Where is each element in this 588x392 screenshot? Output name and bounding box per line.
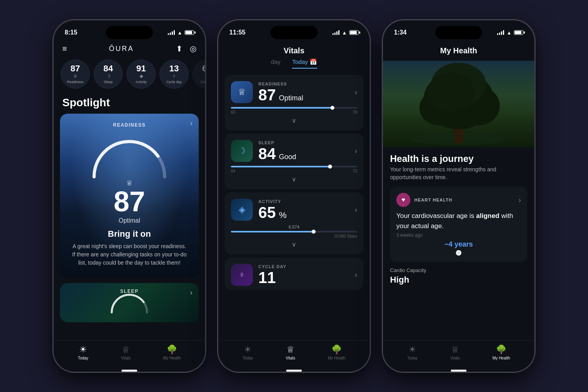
svg-point-6: [427, 73, 474, 112]
heart-health-arrow[interactable]: ›: [519, 196, 521, 204]
cycle-vital-arrow[interactable]: ›: [355, 271, 357, 279]
battery-icon: [514, 30, 523, 35]
cycle-score[interactable]: 13 ♀ Cycle day: [160, 60, 189, 89]
activity-icon: ◈: [239, 205, 245, 215]
health-title: My Health: [392, 44, 526, 58]
vital-cycle[interactable]: ♀ CYCLE DAY 11 ›: [225, 258, 363, 290]
status-time: 1:34: [394, 29, 407, 36]
tab-past[interactable]: day: [271, 58, 280, 69]
sleep-bar-max: 72: [353, 169, 357, 173]
sleep-category: SLEEP: [258, 140, 349, 145]
readiness-expand[interactable]: ∨: [231, 117, 357, 124]
cycle-vital-score: 11: [258, 270, 276, 285]
activity-vital-arrow[interactable]: ›: [355, 206, 357, 214]
readiness-icon-box: ♕: [231, 81, 253, 103]
sleep-bar-thumb: [328, 165, 332, 169]
sleep-arrow[interactable]: ›: [190, 289, 192, 297]
nav-myhealth[interactable]: 🌳 My Health: [328, 345, 345, 360]
heart-health-icon: ♥: [396, 193, 410, 207]
bottom-nav: ☀ Today ♕ Vitals 🌳 My Health: [383, 340, 534, 368]
score-row: 87 ♕ Readiness 84 ☽ Sleep 91 ◈ Activity …: [54, 58, 205, 93]
sleep-bar-labels: 64 72: [231, 169, 357, 173]
activity-score[interactable]: 91 ◈ Activity: [127, 60, 156, 89]
nav-vitals[interactable]: ♕ Vitals: [121, 345, 131, 360]
share-icon[interactable]: ⬆: [176, 44, 183, 53]
activity-steps-label: 10,000 Steps: [334, 234, 357, 238]
bio-age-dot: [456, 250, 461, 256]
tab-today[interactable]: Today 📅: [292, 58, 317, 69]
heart-health-card[interactable]: ♥ HEART HEALTH › Your cardiovascular age…: [390, 187, 527, 262]
readiness-score-main: ♕ 87 Optimal: [60, 179, 199, 224]
vital-sleep[interactable]: ☽ SLEEP 84 Good ›: [225, 134, 363, 189]
myhealth-nav-icon: 🌳: [496, 345, 506, 355]
sleep-card-inner: › SLEEP: [60, 283, 199, 322]
tree-container: [383, 61, 534, 147]
signal-icon: [332, 30, 339, 35]
activity-expand[interactable]: ∨: [231, 241, 357, 248]
today-nav-icon: ☀: [79, 345, 87, 355]
nav-vitals[interactable]: ♕ Vitals: [286, 345, 295, 360]
oura-logo: ŌURA: [109, 45, 134, 53]
vitals-nav-icon: ♕: [451, 345, 459, 355]
target-icon[interactable]: ◎: [190, 44, 196, 53]
nav-today[interactable]: ☀ Today: [407, 345, 418, 360]
nav-today[interactable]: ☀ Today: [78, 345, 89, 360]
sleep-bar-fill: [231, 166, 329, 167]
vitals-nav-label: Vitals: [121, 356, 131, 360]
sleep-icon: ☽: [238, 146, 246, 156]
vitals-screen: Vitals day Today 📅 ♕ READINESS 87 Opt: [218, 41, 370, 372]
vitals-list: ♕ READINESS 87 Optimal ›: [218, 72, 370, 340]
sleep-bar-track: [231, 166, 357, 167]
status-icons: ▲: [168, 30, 194, 36]
readiness-vital-arrow[interactable]: ›: [355, 88, 357, 96]
health-content: Health is a journey Your long-term metri…: [383, 147, 534, 340]
activity-icon-box: ◈: [231, 199, 253, 221]
nav-myhealth[interactable]: 🌳 My Health: [163, 345, 181, 360]
cardio-value: High: [390, 275, 527, 285]
dynamic-island: [435, 26, 482, 39]
gauge-svg: [86, 132, 172, 183]
activity-bar-section: 6,574 10,000 Steps: [231, 225, 357, 238]
vital-activity[interactable]: ◈ ACTIVITY 65 % › 6,574: [225, 192, 363, 254]
battery-icon: [349, 30, 359, 35]
activity-vital-score: 65: [258, 205, 276, 220]
sleep-card[interactable]: › SLEEP: [60, 283, 199, 322]
cycle-icon: ♀: [239, 270, 245, 280]
readiness-card[interactable]: › READINESS ♕ 87 Optimal Bring it on A g…: [60, 114, 199, 278]
sleep-score[interactable]: 84 ☽ Sleep: [94, 60, 123, 89]
daytime-score[interactable]: 65 ♡ Daytime: [192, 60, 205, 89]
status-icons: ▲: [332, 30, 359, 36]
readiness-bar-thumb: [330, 106, 334, 110]
top-nav: ≡ ŌURA ⬆ ◎: [54, 41, 205, 58]
today-nav-icon: ☀: [408, 345, 416, 355]
vitals-nav-icon: ♕: [122, 345, 130, 355]
readiness-score[interactable]: 87 ♕ Readiness: [61, 60, 90, 89]
readiness-headline: Bring it on: [60, 229, 199, 239]
bottom-nav: ☀ Today ♕ Vitals 🌳 My Health: [54, 340, 205, 368]
sleep-vital-arrow[interactable]: ›: [355, 147, 357, 155]
wifi-icon: ▲: [506, 30, 512, 36]
sleep-expand[interactable]: ∨: [231, 176, 357, 183]
menu-icon[interactable]: ≡: [62, 44, 67, 53]
today-screen: ≡ ŌURA ⬆ ◎ 87 ♕ Readiness 84 ☽ Sleep 91 …: [54, 41, 205, 372]
readiness-score-row: 87 Optimal: [258, 87, 349, 103]
nav-today[interactable]: ☀ Today: [243, 345, 253, 360]
nav-icons: ⬆ ◎: [176, 44, 196, 53]
today-nav-icon: ☀: [244, 345, 252, 355]
cycle-score-row: 11: [258, 270, 349, 285]
dynamic-island: [106, 26, 153, 39]
activity-bar-labels: 10,000 Steps: [231, 234, 357, 238]
battery-icon: [185, 30, 194, 35]
home-indicator: [286, 370, 302, 372]
vital-readiness[interactable]: ♕ READINESS 87 Optimal ›: [225, 75, 363, 131]
nav-vitals[interactable]: ♕ Vitals: [450, 345, 460, 360]
sleep-vital-score: 84: [258, 146, 276, 162]
sleep-bar-min: 64: [231, 169, 235, 173]
heart-health-left: ♥ HEART HEALTH: [396, 193, 452, 207]
nav-myhealth[interactable]: 🌳 My Health: [492, 345, 510, 360]
heart-icon: ♥: [401, 196, 405, 203]
cardio-label: Cardio Capacity: [390, 267, 527, 273]
vital-cycle-top: ♀ CYCLE DAY 11 ›: [231, 264, 357, 286]
cycle-category: CYCLE DAY: [258, 264, 349, 269]
heart-health-header: ♥ HEART HEALTH ›: [396, 193, 521, 207]
